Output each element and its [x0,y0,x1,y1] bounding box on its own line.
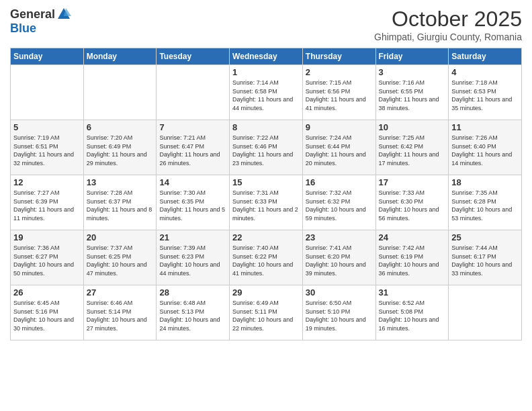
header: General Blue October 2025 Ghimpati, Giur… [10,7,522,42]
day-number: 9 [306,122,373,132]
table-row: 24Sunrise: 7:42 AM Sunset: 6:19 PM Dayli… [375,230,449,285]
table-row: 9Sunrise: 7:24 AM Sunset: 6:44 PM Daylig… [302,120,375,175]
calendar-week-row: 5Sunrise: 7:19 AM Sunset: 6:51 PM Daylig… [11,120,522,175]
table-row: 27Sunrise: 6:46 AM Sunset: 5:14 PM Dayli… [83,285,157,340]
table-row: 4Sunrise: 7:18 AM Sunset: 6:53 PM Daylig… [449,65,522,120]
table-row [449,285,522,340]
header-monday: Monday [83,48,157,65]
day-info: Sunrise: 6:50 AM Sunset: 5:10 PM Dayligh… [306,299,373,332]
day-info: Sunrise: 7:16 AM Sunset: 6:55 PM Dayligh… [379,79,446,112]
day-info: Sunrise: 7:15 AM Sunset: 6:56 PM Dayligh… [306,79,373,112]
table-row: 18Sunrise: 7:35 AM Sunset: 6:28 PM Dayli… [449,175,522,230]
day-info: Sunrise: 7:40 AM Sunset: 6:22 PM Dayligh… [232,244,300,277]
day-number: 14 [159,177,226,187]
title-area: October 2025 Ghimpati, Giurgiu County, R… [374,7,522,42]
calendar-page: General Blue October 2025 Ghimpati, Giur… [0,0,532,411]
day-info: Sunrise: 7:44 AM Sunset: 6:17 PM Dayligh… [451,244,519,277]
calendar-week-row: 26Sunrise: 6:45 AM Sunset: 5:16 PM Dayli… [11,285,522,340]
table-row: 23Sunrise: 7:41 AM Sunset: 6:20 PM Dayli… [302,230,375,285]
day-info: Sunrise: 7:27 AM Sunset: 6:39 PM Dayligh… [13,189,81,222]
table-row: 6Sunrise: 7:20 AM Sunset: 6:49 PM Daylig… [83,120,157,175]
table-row: 15Sunrise: 7:31 AM Sunset: 6:33 PM Dayli… [230,175,303,230]
table-row: 21Sunrise: 7:39 AM Sunset: 6:23 PM Dayli… [157,230,230,285]
day-number: 21 [159,232,226,242]
day-number: 17 [379,177,446,187]
header-friday: Friday [375,48,449,65]
day-number: 10 [379,122,446,132]
day-info: Sunrise: 7:25 AM Sunset: 6:42 PM Dayligh… [379,134,446,167]
day-number: 2 [306,67,373,77]
day-number: 25 [451,232,519,242]
day-number: 6 [87,122,154,132]
weekday-header-row: Sunday Monday Tuesday Wednesday Thursday… [11,48,522,65]
table-row: 20Sunrise: 7:37 AM Sunset: 6:25 PM Dayli… [83,230,157,285]
day-info: Sunrise: 7:41 AM Sunset: 6:20 PM Dayligh… [306,244,373,277]
table-row [157,65,230,120]
table-row: 7Sunrise: 7:21 AM Sunset: 6:47 PM Daylig… [157,120,230,175]
day-info: Sunrise: 7:28 AM Sunset: 6:37 PM Dayligh… [87,189,154,222]
day-number: 15 [232,177,300,187]
table-row: 17Sunrise: 7:33 AM Sunset: 6:30 PM Dayli… [375,175,449,230]
table-row: 16Sunrise: 7:32 AM Sunset: 6:32 PM Dayli… [302,175,375,230]
day-number: 27 [87,287,154,298]
day-info: Sunrise: 7:37 AM Sunset: 6:25 PM Dayligh… [87,244,154,277]
day-number: 22 [232,232,300,242]
header-wednesday: Wednesday [230,48,303,65]
header-sunday: Sunday [11,48,84,65]
table-row: 5Sunrise: 7:19 AM Sunset: 6:51 PM Daylig… [11,120,84,175]
table-row: 11Sunrise: 7:26 AM Sunset: 6:40 PM Dayli… [449,120,522,175]
day-number: 11 [451,122,519,132]
header-tuesday: Tuesday [157,48,230,65]
table-row: 8Sunrise: 7:22 AM Sunset: 6:46 PM Daylig… [230,120,303,175]
table-row: 30Sunrise: 6:50 AM Sunset: 5:10 PM Dayli… [302,285,375,340]
day-number: 1 [232,67,300,77]
day-number: 26 [13,287,81,298]
table-row: 12Sunrise: 7:27 AM Sunset: 6:39 PM Dayli… [11,175,84,230]
day-number: 16 [306,177,373,187]
day-number: 3 [379,67,446,77]
day-info: Sunrise: 7:21 AM Sunset: 6:47 PM Dayligh… [159,134,226,167]
table-row: 19Sunrise: 7:36 AM Sunset: 6:27 PM Dayli… [11,230,84,285]
day-info: Sunrise: 7:26 AM Sunset: 6:40 PM Dayligh… [451,134,519,167]
day-info: Sunrise: 6:46 AM Sunset: 5:14 PM Dayligh… [87,299,154,332]
table-row: 13Sunrise: 7:28 AM Sunset: 6:37 PM Dayli… [83,175,157,230]
table-row: 26Sunrise: 6:45 AM Sunset: 5:16 PM Dayli… [11,285,84,340]
day-info: Sunrise: 7:19 AM Sunset: 6:51 PM Dayligh… [13,134,81,167]
table-row: 14Sunrise: 7:30 AM Sunset: 6:35 PM Dayli… [157,175,230,230]
header-saturday: Saturday [449,48,522,65]
day-info: Sunrise: 7:42 AM Sunset: 6:19 PM Dayligh… [379,244,446,277]
header-thursday: Thursday [302,48,375,65]
day-info: Sunrise: 7:18 AM Sunset: 6:53 PM Dayligh… [451,79,519,112]
logo: General Blue [10,7,71,36]
day-number: 13 [87,177,154,187]
day-info: Sunrise: 7:39 AM Sunset: 6:23 PM Dayligh… [159,244,226,277]
svg-marker-1 [64,8,71,16]
day-info: Sunrise: 7:35 AM Sunset: 6:28 PM Dayligh… [451,189,519,222]
day-number: 20 [87,232,154,242]
table-row: 28Sunrise: 6:48 AM Sunset: 5:13 PM Dayli… [157,285,230,340]
day-info: Sunrise: 7:33 AM Sunset: 6:30 PM Dayligh… [379,189,446,222]
day-info: Sunrise: 7:36 AM Sunset: 6:27 PM Dayligh… [13,244,81,277]
logo-general-text: General [10,7,55,21]
day-number: 31 [379,287,446,298]
day-number: 18 [451,177,519,187]
location: Ghimpati, Giurgiu County, Romania [374,32,522,42]
day-info: Sunrise: 7:24 AM Sunset: 6:44 PM Dayligh… [306,134,373,167]
day-info: Sunrise: 7:32 AM Sunset: 6:32 PM Dayligh… [306,189,373,222]
day-info: Sunrise: 6:52 AM Sunset: 5:08 PM Dayligh… [379,299,446,332]
table-row: 3Sunrise: 7:16 AM Sunset: 6:55 PM Daylig… [375,65,449,120]
day-number: 8 [232,122,300,132]
day-number: 23 [306,232,373,242]
table-row [83,65,157,120]
day-info: Sunrise: 6:45 AM Sunset: 5:16 PM Dayligh… [13,299,81,332]
table-row: 1Sunrise: 7:14 AM Sunset: 6:58 PM Daylig… [230,65,303,120]
day-number: 7 [159,122,226,132]
table-row: 2Sunrise: 7:15 AM Sunset: 6:56 PM Daylig… [302,65,375,120]
table-row: 10Sunrise: 7:25 AM Sunset: 6:42 PM Dayli… [375,120,449,175]
day-number: 28 [159,287,226,298]
day-info: Sunrise: 7:22 AM Sunset: 6:46 PM Dayligh… [232,134,300,167]
day-number: 4 [451,67,519,77]
table-row: 29Sunrise: 6:49 AM Sunset: 5:11 PM Dayli… [230,285,303,340]
table-row: 31Sunrise: 6:52 AM Sunset: 5:08 PM Dayli… [375,285,449,340]
day-info: Sunrise: 7:20 AM Sunset: 6:49 PM Dayligh… [87,134,154,167]
